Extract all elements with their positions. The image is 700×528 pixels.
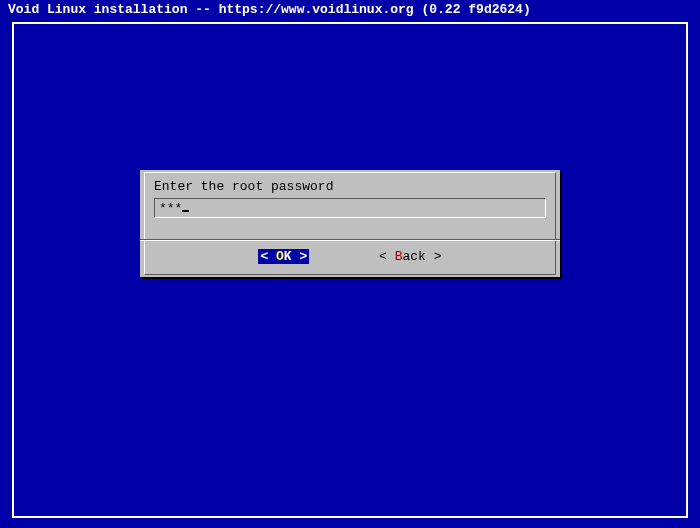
dialog-button-row: < OK > < Back > xyxy=(140,240,560,269)
root-password-input[interactable]: *** xyxy=(154,198,546,218)
password-masked-value: *** xyxy=(159,201,182,216)
ok-button[interactable]: < OK > xyxy=(258,249,309,264)
installer-screen: Void Linux installation -- https://www.v… xyxy=(0,0,700,528)
text-cursor xyxy=(182,210,189,212)
window-title: Void Linux installation -- https://www.v… xyxy=(8,2,531,17)
password-dialog: Enter the root password *** < OK > < Bac… xyxy=(140,170,560,277)
dialog-prompt: Enter the root password xyxy=(154,179,546,194)
back-button[interactable]: < Back > xyxy=(379,249,441,264)
